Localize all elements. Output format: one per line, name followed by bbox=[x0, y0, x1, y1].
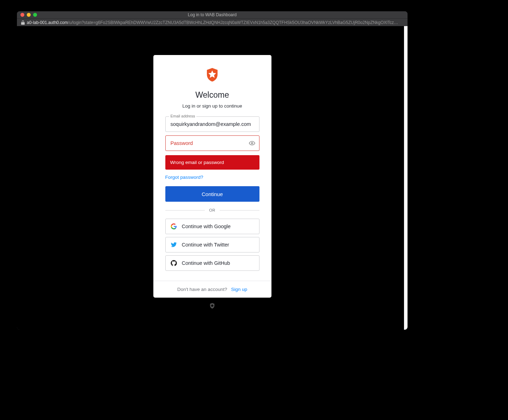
page-viewport: Welcome Log in or sign up to continue Em… bbox=[17, 26, 408, 330]
titlebar: Log in to WAB Dashboard bbox=[17, 11, 408, 18]
login-form: Email address Wrong email or password Fo… bbox=[165, 116, 259, 271]
maximize-window-button[interactable] bbox=[33, 13, 37, 17]
divider-line-left bbox=[165, 210, 205, 211]
browser-window: Log in to WAB Dashboard a0-lab-001.auth0… bbox=[17, 11, 408, 330]
continue-button[interactable]: Continue bbox=[165, 186, 259, 202]
toggle-password-visibility-button[interactable] bbox=[248, 139, 256, 147]
continue-with-github-button[interactable]: Continue with GitHub bbox=[165, 255, 259, 271]
password-field-group bbox=[165, 135, 259, 151]
url-path: /u/login?state=g6Fo2SBIWkpaREhDWWVwU2Zzc… bbox=[68, 20, 398, 25]
svg-point-0 bbox=[251, 142, 253, 144]
email-field-group: Email address bbox=[165, 116, 259, 132]
lock-icon bbox=[21, 20, 25, 25]
divider-line-right bbox=[220, 210, 259, 211]
welcome-heading: Welcome bbox=[195, 90, 229, 100]
email-label: Email address bbox=[169, 114, 197, 118]
email-input[interactable] bbox=[165, 116, 259, 132]
minimize-window-button[interactable] bbox=[27, 13, 31, 17]
url-bar[interactable]: a0-lab-001.auth0.com/u/login?state=g6Fo2… bbox=[17, 18, 408, 26]
twitter-button-label: Continue with Twitter bbox=[182, 242, 229, 248]
url-text: a0-lab-001.auth0.com/u/login?state=g6Fo2… bbox=[27, 20, 398, 25]
signup-prompt: Don't have an account? bbox=[177, 287, 227, 292]
eye-icon bbox=[249, 140, 255, 146]
card-footer: Don't have an account? Sign up bbox=[153, 281, 271, 298]
traffic-lights bbox=[20, 13, 37, 17]
close-window-button[interactable] bbox=[20, 13, 24, 17]
divider-label: OR bbox=[209, 208, 215, 212]
divider: OR bbox=[165, 208, 259, 212]
google-icon bbox=[171, 223, 177, 230]
login-subtitle: Log in or sign up to continue bbox=[182, 103, 242, 109]
login-card: Welcome Log in or sign up to continue Em… bbox=[153, 55, 271, 298]
auth0-logo-icon bbox=[204, 67, 220, 83]
github-icon bbox=[171, 260, 177, 266]
window-title: Log in to WAB Dashboard bbox=[20, 12, 404, 17]
signup-link[interactable]: Sign up bbox=[231, 287, 247, 292]
url-domain: a0-lab-001.auth0.com bbox=[27, 20, 68, 25]
error-message: Wrong email or password bbox=[165, 155, 259, 170]
continue-with-google-button[interactable]: Continue with Google bbox=[165, 219, 259, 234]
google-button-label: Continue with Google bbox=[182, 224, 231, 229]
password-input[interactable] bbox=[165, 135, 259, 151]
github-button-label: Continue with GitHub bbox=[182, 260, 230, 266]
forgot-password-link[interactable]: Forgot password? bbox=[165, 175, 259, 180]
twitter-icon bbox=[171, 242, 177, 248]
auth0-badge-icon bbox=[209, 303, 215, 309]
continue-with-twitter-button[interactable]: Continue with Twitter bbox=[165, 237, 259, 252]
